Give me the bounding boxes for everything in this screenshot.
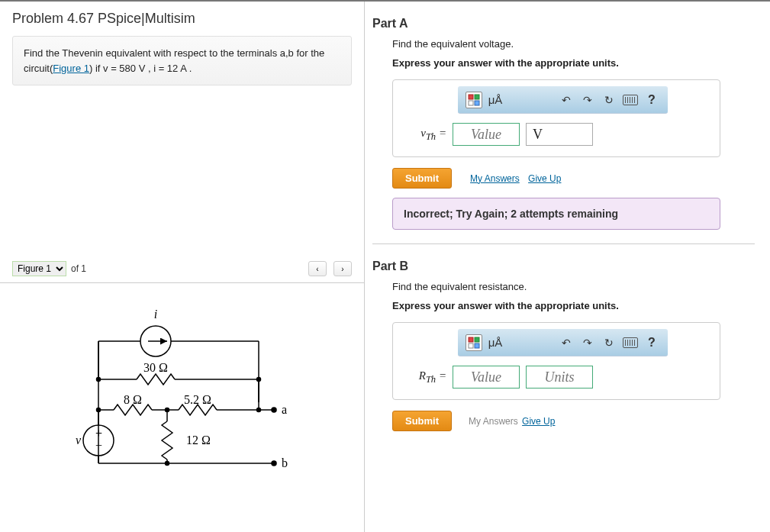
problem-title: Problem 4.67 PSpice|Multisim (0, 2, 364, 33)
part-a-button-row: Submit My Answers Give Up (392, 168, 755, 189)
svg-rect-17 (475, 337, 479, 342)
svg-point-3 (96, 378, 100, 382)
svg-rect-12 (469, 95, 473, 99)
units-button[interactable]: μÅ (487, 92, 504, 108)
figure-count: of 1 (71, 263, 86, 274)
divider (372, 243, 755, 244)
part-b-prompt: Find the equivalent resistance. (392, 281, 755, 292)
terminal-a: a (282, 403, 287, 416)
label-r52: 5.2 Ω (184, 393, 211, 406)
keyboard-icon[interactable] (622, 92, 639, 108)
svg-point-1 (272, 408, 276, 412)
templates-icon[interactable] (466, 92, 482, 108)
part-b-submit-button[interactable]: Submit (392, 411, 452, 431)
svg-rect-15 (475, 101, 479, 105)
figure-area: i 30 Ω 8 Ω 5.2 Ω 12 Ω v + − a b (0, 282, 364, 532)
svg-rect-14 (469, 101, 473, 105)
right-panel: Part A Find the equivalent voltage. Expr… (365, 2, 770, 532)
reset-button[interactable]: ↻ (601, 92, 617, 108)
part-b-value-input[interactable] (453, 366, 520, 389)
undo-button[interactable]: ↶ (558, 92, 575, 108)
part-a-answer-links: My Answers Give Up (469, 173, 561, 184)
label-i: i (153, 308, 156, 321)
reset-button[interactable]: ↻ (601, 334, 617, 351)
part-a-value-input[interactable] (453, 123, 520, 146)
svg-rect-19 (475, 343, 479, 348)
part-b-var-label: RTh = (408, 369, 446, 385)
svg-rect-13 (475, 95, 479, 99)
app-root: Problem 4.67 PSpice|Multisim Find the Th… (0, 0, 770, 532)
part-b-give-up-link[interactable]: Give Up (522, 416, 555, 427)
label-r30: 30 Ω (143, 361, 168, 374)
terminal-b: b (282, 456, 288, 469)
figure-next-button[interactable]: › (333, 261, 352, 276)
part-b-toolbar: μÅ ↶ ↷ ↻ ? (458, 329, 668, 356)
figure-selector-row: Figure 1 of 1 ‹ › (12, 261, 352, 276)
part-a-my-answers-link[interactable]: My Answers (470, 173, 520, 184)
part-b-title: Part B (372, 260, 755, 273)
svg-text:+: + (95, 427, 102, 440)
part-a-toolbar: μÅ ↶ ↷ ↻ ? (458, 86, 668, 114)
part-a-give-up-link[interactable]: Give Up (528, 173, 561, 184)
figure-prev-button[interactable]: ‹ (308, 261, 327, 276)
part-b: Part B Find the equivalent resistance. E… (372, 260, 755, 431)
part-b-units-input[interactable] (526, 366, 593, 389)
templates-icon[interactable] (466, 334, 482, 351)
part-b-answer-links: My Answers Give Up (469, 416, 555, 427)
part-a-input-row: vTh = V (408, 123, 720, 146)
part-b-my-answers: My Answers (469, 416, 518, 427)
part-a-feedback: Incorrect; Try Again; 2 attempts remaini… (392, 198, 720, 230)
svg-point-4 (256, 378, 260, 382)
part-a-prompt: Find the equivalent voltage. (392, 38, 755, 50)
part-a-instructions: Express your answer with the appropriate… (392, 57, 755, 69)
svg-text:−: − (95, 439, 102, 452)
label-v: v (76, 434, 82, 447)
help-button[interactable]: ? (643, 92, 660, 108)
part-b-instructions: Express your answer with the appropriate… (392, 300, 755, 311)
units-button[interactable]: μÅ (487, 334, 504, 351)
svg-point-7 (165, 462, 169, 466)
svg-rect-16 (469, 337, 473, 342)
left-panel: Problem 4.67 PSpice|Multisim Find the Th… (0, 2, 365, 532)
svg-rect-18 (469, 343, 473, 348)
label-r12: 12 Ω (186, 434, 211, 447)
problem-description: Find the Thevenin equivalent with respec… (12, 36, 352, 85)
svg-point-2 (272, 461, 276, 466)
help-button[interactable]: ? (643, 334, 660, 351)
circuit-diagram: i 30 Ω 8 Ω 5.2 Ω 12 Ω v + − a b (53, 295, 312, 494)
redo-button[interactable]: ↷ (579, 334, 596, 351)
svg-point-8 (256, 408, 260, 412)
part-a-title: Part A (372, 17, 755, 31)
figure-link[interactable]: Figure 1 (53, 63, 89, 74)
svg-point-6 (165, 408, 169, 412)
part-a-submit-button[interactable]: Submit (392, 168, 452, 189)
part-a-var-label: vTh = (408, 127, 446, 143)
part-a-unit-display[interactable]: V (526, 123, 593, 146)
redo-button[interactable]: ↷ (579, 92, 596, 108)
part-a: Part A Find the equivalent voltage. Expr… (372, 17, 755, 230)
part-b-input-row: RTh = (408, 366, 720, 389)
keyboard-icon[interactable] (622, 334, 639, 351)
figure-select[interactable]: Figure 1 (12, 261, 66, 276)
part-b-answer-box: μÅ ↶ ↷ ↻ ? RTh = (392, 322, 720, 400)
part-b-button-row: Submit My Answers Give Up (392, 411, 755, 431)
undo-button[interactable]: ↶ (558, 334, 575, 351)
label-r8: 8 Ω (124, 393, 142, 406)
desc-post: ) if v = 580 V , i = 12 A . (89, 63, 192, 74)
part-a-answer-box: μÅ ↶ ↷ ↻ ? vTh = V (392, 79, 720, 157)
